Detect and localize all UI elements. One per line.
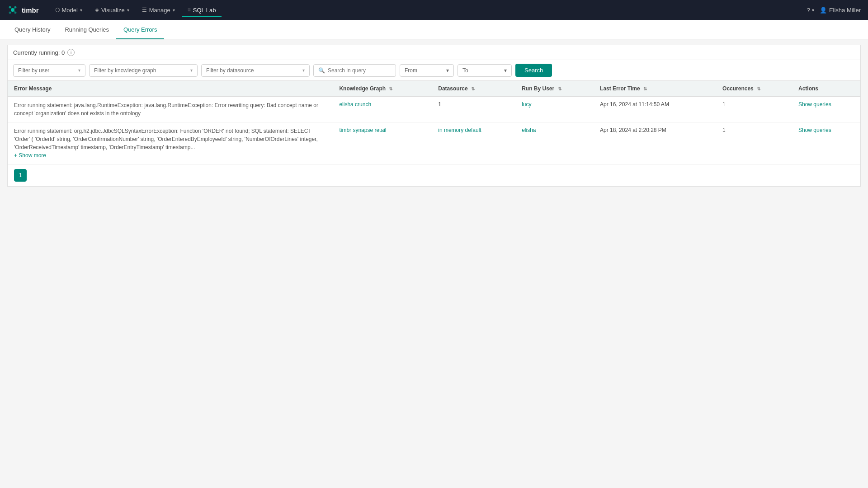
search-button[interactable]: Search (515, 64, 552, 77)
datasource-cell-1: 1 (432, 97, 515, 122)
chevron-down-icon: ▾ (78, 68, 80, 73)
question-icon: ? (807, 7, 810, 14)
col-run-by-user[interactable]: Run By User ⇅ (515, 81, 594, 97)
kg-cell-1: elisha crunch (333, 97, 432, 122)
error-message-cell-2: Error running statement: org.h2.jdbc.Jdb… (8, 122, 333, 164)
col-occurrences[interactable]: Occurences ⇅ (716, 81, 792, 97)
nav-item-manage[interactable]: ☰ Manage ▾ (137, 4, 180, 16)
actions-cell-2: Show queries (792, 122, 860, 164)
show-queries-link-2[interactable]: Show queries (798, 127, 831, 133)
col-last-error-time[interactable]: Last Error Time ⇅ (594, 81, 716, 97)
chevron-down-icon: ▾ (127, 8, 129, 13)
user-icon: 👤 (820, 7, 827, 14)
col-knowledge-graph[interactable]: Knowledge Graph ⇅ (333, 81, 432, 97)
nav-label-sqllab: SQL Lab (193, 7, 216, 14)
topnav-right: ? ▾ 👤 Elisha Miller (807, 7, 861, 14)
info-icon[interactable]: i (67, 49, 75, 56)
errors-table: Error Message Knowledge Graph ⇅ Datasour… (8, 81, 860, 164)
nav-item-sqllab[interactable]: ≡ SQL Lab (182, 4, 222, 16)
col-datasource[interactable]: Datasource ⇅ (432, 81, 515, 97)
time-cell-1: Apr 16, 2024 at 11:14:50 AM (594, 97, 716, 122)
user-cell-1: lucy (515, 97, 594, 122)
nav-items: ⬡ Model ▾ ◈ Visualize ▾ ☰ Manage ▾ ≡ SQL… (50, 4, 807, 16)
chevron-down-icon: ▾ (190, 68, 193, 73)
error-message-cell-1: Error running statement: java.lang.Runti… (8, 97, 333, 122)
filter-by-datasource[interactable]: Filter by datasource ▾ (201, 64, 310, 77)
chevron-down-icon: ▾ (504, 67, 507, 74)
logo-text: timbr (22, 6, 39, 14)
chevron-down-icon: ▾ (173, 8, 175, 13)
table-row: Error running statement: java.lang.Runti… (8, 97, 860, 122)
occurrences-cell-2: 1 (716, 122, 792, 164)
page-button-1[interactable]: 1 (14, 169, 27, 182)
occurrences-cell-1: 1 (716, 97, 792, 122)
datasource-cell-2: in memory default (432, 122, 515, 164)
sort-icon: ⇅ (471, 86, 475, 91)
logo[interactable]: timbr (7, 5, 39, 15)
help-chevron: ▾ (812, 8, 814, 13)
nav-item-model[interactable]: ⬡ Model ▾ (50, 4, 88, 16)
filter-by-kg[interactable]: Filter by knowledge graph ▾ (89, 64, 198, 77)
table-row: Error running statement: org.h2.jdbc.Jdb… (8, 122, 860, 164)
currently-running-text: Currently running: 0 (13, 49, 65, 56)
sort-icon: ⇅ (389, 86, 392, 91)
to-date-select[interactable]: To ▾ (458, 64, 512, 77)
tab-running-queries[interactable]: Running Queries (57, 20, 116, 39)
main-content: Currently running: 0 i Filter by user ▾ … (0, 39, 868, 192)
tab-query-history[interactable]: Query History (7, 20, 57, 39)
chevron-down-icon: ▾ (446, 67, 449, 74)
chevron-down-icon: ▾ (80, 8, 82, 13)
tab-query-errors[interactable]: Query Errors (116, 20, 164, 39)
nav-item-visualize[interactable]: ◈ Visualize ▾ (90, 4, 135, 16)
filter-datasource-label: Filter by datasource (206, 67, 254, 74)
sort-icon: ⇅ (757, 86, 760, 91)
user-name: Elisha Miller (829, 7, 861, 14)
actions-cell-1: Show queries (792, 97, 860, 122)
col-error-message: Error Message (8, 81, 333, 97)
sort-icon: ⇅ (558, 86, 561, 91)
help-button[interactable]: ? ▾ (807, 7, 814, 14)
nav-label-visualize: Visualize (101, 7, 125, 14)
kg-link-2[interactable]: timbr synapse retail (339, 127, 386, 133)
nav-label-manage: Manage (149, 7, 170, 14)
table-header-row: Error Message Knowledge Graph ⇅ Datasour… (8, 81, 860, 97)
filter-user-label: Filter by user (18, 67, 49, 74)
user-link-1[interactable]: lucy (522, 101, 531, 108)
sort-icon: ⇅ (643, 86, 647, 91)
date-range-wrap: From ▾ To ▾ (400, 64, 512, 77)
tabs-bar: Query History Running Queries Query Erro… (0, 20, 868, 39)
sqllab-icon: ≡ (188, 7, 191, 13)
show-more-link[interactable]: + Show more (14, 152, 46, 159)
user-link-2[interactable]: elisha (522, 127, 536, 133)
manage-icon: ☰ (142, 7, 147, 13)
pagination: 1 (8, 164, 860, 186)
search-query-wrap[interactable]: 🔍 (313, 64, 396, 77)
kg-link-1[interactable]: elisha crunch (339, 101, 371, 108)
search-icon: 🔍 (318, 67, 325, 74)
show-queries-link-1[interactable]: Show queries (798, 101, 831, 108)
filter-kg-label: Filter by knowledge graph (94, 67, 156, 74)
nav-label-model: Model (62, 7, 78, 14)
from-label: From (405, 67, 417, 74)
datasource-link-2[interactable]: in memory default (438, 127, 481, 133)
from-date-select[interactable]: From ▾ (400, 64, 454, 77)
filter-bar: Filter by user ▾ Filter by knowledge gra… (7, 60, 861, 81)
chevron-down-icon: ▾ (302, 68, 305, 73)
user-cell-2: elisha (515, 122, 594, 164)
topnav: timbr ⬡ Model ▾ ◈ Visualize ▾ ☰ Manage ▾… (0, 0, 868, 20)
col-actions: Actions (792, 81, 860, 97)
user-menu[interactable]: 👤 Elisha Miller (820, 7, 861, 14)
model-icon: ⬡ (55, 7, 60, 13)
to-label: To (462, 67, 468, 74)
filter-by-user[interactable]: Filter by user ▾ (13, 64, 85, 77)
visualize-icon: ◈ (95, 7, 99, 13)
errors-table-wrap: Error Message Knowledge Graph ⇅ Datasour… (7, 81, 861, 187)
time-cell-2: Apr 18, 2024 at 2:20:28 PM (594, 122, 716, 164)
kg-cell-2: timbr synapse retail (333, 122, 432, 164)
search-input[interactable] (328, 67, 391, 74)
info-bar: Currently running: 0 i (7, 45, 861, 60)
